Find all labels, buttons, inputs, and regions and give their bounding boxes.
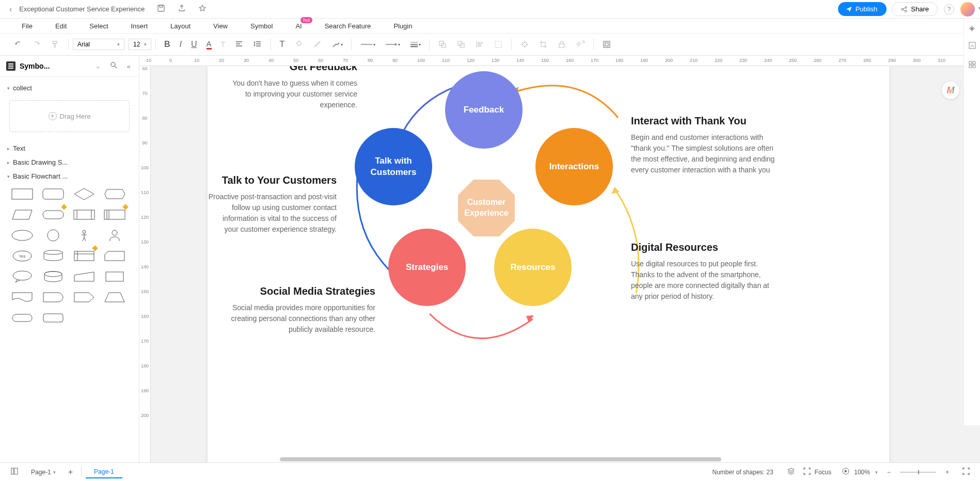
- crop-icon[interactable]: [534, 38, 552, 51]
- shape-rectangle[interactable]: [10, 186, 34, 202]
- font-family-select[interactable]: Arial▾: [73, 39, 124, 50]
- section-basic-flowchart[interactable]: ▾Basic Flowchart ...: [7, 169, 132, 183]
- menu-plugin[interactable]: Plugin: [382, 22, 423, 30]
- lock-icon[interactable]: [553, 38, 571, 51]
- horizontal-scrollbar[interactable]: [280, 456, 959, 462]
- outline-icon[interactable]: [6, 467, 23, 477]
- page-tab-dropdown[interactable]: Page-1▾: [23, 467, 64, 478]
- italic-icon[interactable]: I: [176, 38, 186, 51]
- shape-predefined-2[interactable]: [103, 207, 127, 222]
- page-setup-icon[interactable]: [598, 38, 615, 51]
- zoom-slider[interactable]: [900, 472, 936, 473]
- arrow-style-icon[interactable]: ▾: [381, 40, 404, 49]
- add-page-icon[interactable]: +: [64, 468, 77, 477]
- menu-file[interactable]: File: [10, 22, 44, 30]
- redo-icon[interactable]: [28, 38, 45, 51]
- bold-icon[interactable]: B: [160, 38, 175, 51]
- export-icon[interactable]: [171, 4, 192, 14]
- layers-icon[interactable]: [783, 467, 799, 477]
- line-style-icon[interactable]: ▾: [356, 40, 380, 49]
- zoom-out-icon[interactable]: −: [883, 469, 895, 476]
- grid-icon[interactable]: [968, 60, 976, 70]
- shape-circle[interactable]: [41, 228, 65, 243]
- properties-icon[interactable]: [968, 41, 976, 51]
- menu-view[interactable]: View: [202, 22, 239, 30]
- zoom-level[interactable]: 100%: [854, 469, 870, 476]
- menu-select[interactable]: Select: [78, 22, 119, 30]
- text-tool-icon[interactable]: T: [275, 37, 289, 52]
- section-text[interactable]: ▸Text: [7, 141, 132, 155]
- underline-icon[interactable]: U: [187, 38, 201, 51]
- textblock-thankyou[interactable]: Interact with Thank You Begin and end cu…: [631, 115, 776, 175]
- fill-color-icon[interactable]: [290, 38, 308, 51]
- shape-rounded-2[interactable]: [41, 310, 65, 326]
- group-icon[interactable]: [489, 38, 507, 51]
- textblock-digital[interactable]: Digital Resources Use digital resources …: [631, 242, 770, 302]
- shape-user[interactable]: [103, 228, 127, 243]
- shape-trapezoid[interactable]: [103, 290, 127, 305]
- canvas-area[interactable]: -100102030405060708090100110120130140150…: [139, 56, 980, 462]
- shape-internal-storage[interactable]: [72, 248, 96, 264]
- page-tab-active[interactable]: Page-1: [86, 466, 122, 478]
- connector-icon[interactable]: ▾: [327, 38, 347, 51]
- m-assistant-icon[interactable]: M: [942, 82, 959, 99]
- shape-diamond[interactable]: [72, 186, 96, 202]
- menu-layout[interactable]: Layout: [159, 22, 202, 30]
- node-talk[interactable]: Talk with Customers: [355, 128, 432, 205]
- panel-dropdown-icon[interactable]: ⌄: [93, 63, 102, 70]
- menu-symbol[interactable]: Symbol: [239, 22, 284, 30]
- focus-icon[interactable]: [799, 468, 815, 476]
- shape-terminator[interactable]: [41, 207, 65, 222]
- save-icon[interactable]: [151, 4, 171, 14]
- shape-decision-yes[interactable]: Yes: [10, 248, 34, 264]
- zoom-in-icon[interactable]: +: [941, 469, 953, 476]
- fit-screen-icon[interactable]: [958, 468, 974, 476]
- line-spacing-icon[interactable]: [249, 38, 266, 51]
- star-icon[interactable]: [192, 4, 213, 14]
- shape-manual-input[interactable]: [72, 269, 96, 284]
- shape-card[interactable]: [103, 248, 127, 264]
- shape-pentagon[interactable]: [72, 290, 96, 305]
- shape-document[interactable]: [10, 290, 34, 305]
- shape-display[interactable]: [103, 186, 127, 202]
- node-interactions[interactable]: Interactions: [535, 128, 613, 205]
- node-feedback[interactable]: Feedback: [445, 71, 523, 149]
- shape-database[interactable]: [41, 248, 65, 264]
- share-button[interactable]: Share: [892, 2, 938, 16]
- help-icon[interactable]: ?: [944, 4, 954, 14]
- menu-search-feature[interactable]: Search Feature: [313, 22, 383, 30]
- node-resources[interactable]: Resources: [494, 229, 572, 306]
- section-basic-drawing[interactable]: ▸Basic Drawing S...: [7, 155, 132, 169]
- collapse-panel-icon[interactable]: «: [125, 62, 133, 70]
- drag-here-zone[interactable]: +Drag Here: [9, 100, 130, 132]
- section-collect[interactable]: ▾collect: [7, 81, 132, 95]
- tools-icon[interactable]: [572, 38, 589, 51]
- page-canvas[interactable]: Customer Experience Feedback Talk with C…: [208, 66, 889, 462]
- shape-predefined[interactable]: [72, 207, 96, 222]
- presentation-icon[interactable]: [837, 467, 854, 477]
- shape-actor[interactable]: [72, 228, 96, 243]
- shape-delay[interactable]: [41, 290, 65, 305]
- node-strategies[interactable]: Strategies: [388, 229, 466, 306]
- menu-insert[interactable]: Insert: [120, 22, 160, 30]
- shape-off-page[interactable]: [103, 269, 127, 284]
- shape-cylinder[interactable]: [41, 269, 65, 284]
- highlight-icon[interactable]: T: [217, 38, 230, 51]
- shape-callout[interactable]: [10, 269, 34, 284]
- textblock-social[interactable]: Social Media Strategies Social media pro…: [231, 285, 375, 335]
- textblock-feedback[interactable]: Get Feedback You don't have to guess whe…: [228, 66, 357, 110]
- search-icon[interactable]: [106, 61, 121, 71]
- center-node[interactable]: Customer Experience: [455, 177, 517, 239]
- user-avatar[interactable]: [960, 2, 975, 17]
- shape-parallelogram[interactable]: [10, 207, 34, 222]
- format-painter-icon[interactable]: [46, 38, 64, 51]
- textblock-talk[interactable]: Talk to Your Customers Proactive post-tr…: [208, 174, 337, 235]
- font-size-select[interactable]: 12▾: [129, 39, 151, 50]
- shape-rounded-rect[interactable]: [41, 186, 65, 202]
- publish-button[interactable]: Publish: [838, 2, 887, 16]
- menu-edit[interactable]: Edit: [44, 22, 78, 30]
- expand-right-icon[interactable]: ◈: [969, 24, 975, 32]
- align-objects-icon[interactable]: [471, 38, 488, 51]
- bring-front-icon[interactable]: [452, 38, 470, 51]
- font-color-icon[interactable]: A: [202, 37, 216, 52]
